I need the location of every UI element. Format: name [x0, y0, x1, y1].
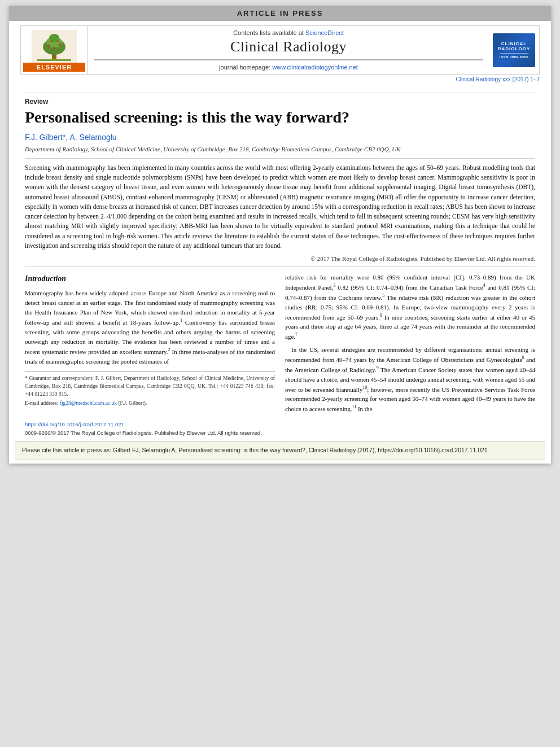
- contents-line: Contents lists available at ScienceDirec…: [233, 29, 344, 36]
- svg-point-10: [57, 41, 59, 42]
- homepage-link[interactable]: www.clinicalradiologyonline.net: [272, 64, 358, 71]
- elsevier-logo-box: ELSEVIER: [20, 25, 88, 75]
- radiology-logo-box: CLINICAL RADIOLOGY ISSN 0009-9260: [489, 25, 540, 75]
- article-content: Review Personalised screening: is this t…: [9, 82, 551, 420]
- elsevier-tree-icon: [32, 30, 77, 63]
- journal-center: Contents lists available at ScienceDirec…: [88, 25, 489, 75]
- abstract-text: Screening with mammography has been impl…: [25, 164, 535, 249]
- copyright: © 2017 The Royal College of Radiologists…: [25, 255, 535, 262]
- authors: F.J. Gilbert*, A. Selamoglu: [25, 133, 535, 142]
- homepage-line: journal homepage: www.clinicalradiologyo…: [219, 64, 358, 71]
- abstract-bottom-divider: [25, 267, 535, 267]
- footnote-email-link[interactable]: fjg28@medschl.cam.ac.uk: [60, 400, 117, 406]
- abstract: Screening with mammography has been impl…: [25, 163, 535, 251]
- footnote-star: * Guarantor and correspondent: F. J. Gil…: [25, 374, 275, 399]
- intro-heading: Introduction: [25, 273, 275, 285]
- doi-bottom-link[interactable]: https://doi.org/10.1016/j.crad.2017.11.0…: [25, 421, 124, 427]
- intro-col2-para2: In the US, several strategies are recomm…: [285, 345, 535, 414]
- homepage-text: journal homepage:: [219, 64, 270, 71]
- aip-text: ARTICLE IN PRESS: [237, 9, 323, 18]
- svg-point-9: [51, 41, 53, 42]
- journal-title: Clinical Radiology: [230, 38, 347, 55]
- intro-col-right: relative risk for mortality were 0.80 (9…: [285, 273, 535, 414]
- radiology-logo-icon: CLINICAL RADIOLOGY ISSN 0009-9260: [493, 33, 535, 67]
- citation-text: Please cite this article in press as: Gi…: [22, 447, 488, 453]
- doi-bottom: https://doi.org/10.1016/j.crad.2017.11.0…: [9, 420, 551, 429]
- elsevier-label: ELSEVIER: [23, 63, 85, 72]
- review-label: Review: [25, 98, 535, 106]
- sciencedirect-link[interactable]: ScienceDirect: [305, 29, 344, 36]
- issn-line: 0009-9260/© 2017 The Royal College of Ra…: [9, 429, 551, 436]
- header-divider: [94, 59, 483, 60]
- radiology-logo-line1: CLINICAL: [501, 41, 527, 46]
- journal-header: ELSEVIER Contents lists available at Sci…: [9, 21, 551, 75]
- two-col-section: Introduction Mammography has been widely…: [25, 273, 535, 414]
- top-divider: [25, 93, 535, 93]
- intro-col1-text: Mammography has been widely adopted acro…: [25, 289, 275, 366]
- footnote-email-suffix: (F.J. Gilbert).: [118, 400, 147, 406]
- radiology-logo-line2: RADIOLOGY: [498, 46, 530, 51]
- svg-point-7: [59, 43, 61, 46]
- page: ARTICLE IN PRESS: [9, 6, 551, 464]
- affiliation: Department of Radiology, School of Clini…: [25, 145, 535, 154]
- abstract-top-divider: [25, 158, 535, 159]
- elsevier-logo-inner: ELSEVIER: [23, 30, 85, 72]
- footnote-star-text: * Guarantor and correspondent: F. J. Gil…: [25, 375, 275, 397]
- aip-banner: ARTICLE IN PRESS: [9, 6, 551, 21]
- svg-point-6: [47, 45, 50, 47]
- radiology-logo-extra: ISSN 0009-9260: [500, 55, 528, 59]
- footnote-email-label: E-mail address:: [25, 400, 58, 406]
- svg-point-8: [53, 47, 55, 49]
- citation-box: Please cite this article in press as: Gi…: [15, 441, 545, 460]
- doi-text: Clinical Radiology xxx (2017) 1–7: [456, 76, 540, 82]
- intro-col2-text: relative risk for mortality were 0.80 (9…: [285, 273, 535, 342]
- contents-text: Contents lists available at: [233, 29, 304, 36]
- footnotes: * Guarantor and correspondent: F. J. Gil…: [25, 371, 275, 408]
- intro-col-left: Introduction Mammography has been widely…: [25, 273, 275, 414]
- footnote-email: E-mail address: fjg28@medschl.cam.ac.uk …: [25, 399, 275, 407]
- doi-line: Clinical Radiology xxx (2017) 1–7: [9, 75, 551, 82]
- article-title: Personalised screening: is this the way …: [25, 108, 535, 127]
- svg-rect-2: [37, 59, 71, 61]
